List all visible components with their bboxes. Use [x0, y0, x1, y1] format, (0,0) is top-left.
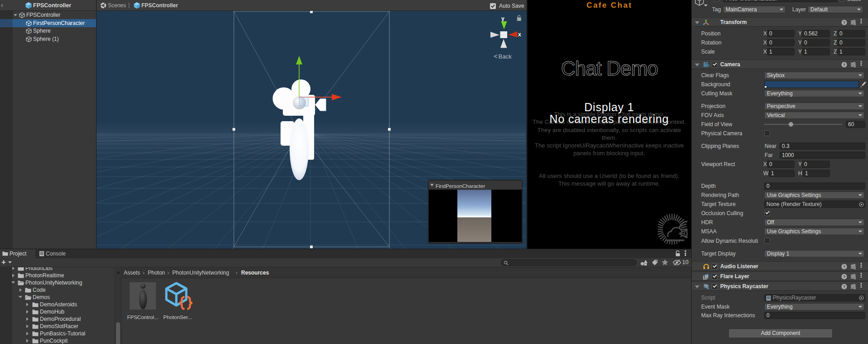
svg-text:y: y — [501, 15, 504, 22]
svg-text:FirstPersonCharacter: FirstPersonCharacter — [436, 183, 485, 189]
svg-text:?: ? — [843, 265, 846, 269]
svg-text:<Back: <Back — [494, 52, 512, 60]
svg-text:?: ? — [843, 20, 846, 25]
svg-text:x: x — [518, 31, 521, 38]
svg-text:?: ? — [843, 285, 846, 289]
svg-text:?: ? — [843, 275, 846, 279]
svg-text:?: ? — [843, 63, 846, 67]
